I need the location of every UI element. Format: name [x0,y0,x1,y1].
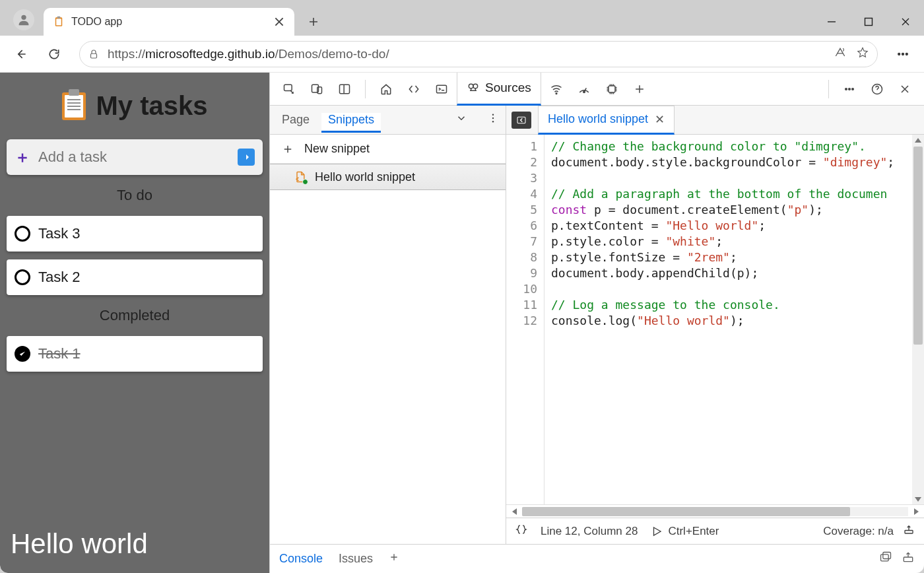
upload-icon[interactable] [903,523,915,539]
nav-overflow-button[interactable] [487,112,499,127]
sources-tab[interactable]: Sources [457,73,541,106]
add-task-field[interactable]: ＋ [7,139,263,175]
drawer-issues-icon[interactable] [879,551,892,567]
device-toggle-icon[interactable] [304,77,329,102]
devtools-close-button[interactable] [892,77,917,102]
minimize-button[interactable] [813,8,850,36]
address-bar[interactable]: https://microsoftedge.github.io/Demos/de… [79,41,878,67]
svg-point-21 [852,88,854,90]
clipboard-icon [62,92,86,120]
svg-rect-2 [56,19,61,26]
completed-heading: Completed [7,307,263,324]
pretty-print-icon[interactable] [515,523,527,539]
read-aloud-icon[interactable] [834,46,847,61]
snippet-icon [294,170,307,184]
svg-point-7 [902,53,904,55]
svg-point-19 [845,88,847,90]
page-nav-tab[interactable]: Page [282,113,310,127]
svg-rect-5 [91,53,97,58]
task-checkbox[interactable] [15,226,30,242]
help-button[interactable] [865,77,890,102]
dock-side-icon[interactable] [332,77,357,102]
injected-paragraph: Hello world [7,528,263,560]
lock-icon [88,48,100,60]
new-snippet-label: New snippet [304,142,370,156]
browser-tab[interactable]: TODO app [44,8,294,36]
snippet-name: Hello world snippet [315,170,415,184]
svg-rect-13 [437,85,447,93]
more-nav-tabs-button[interactable] [455,112,467,127]
welcome-tab-icon[interactable] [374,77,399,102]
toolbar: https://microsoftedge.github.io/Demos/de… [0,36,924,73]
svg-rect-3 [57,17,61,18]
cursor-position: Line 12, Column 28 [541,525,638,538]
line-gutter: 123456789101112 [506,135,544,504]
back-button[interactable] [7,40,36,69]
url-scheme: https:// [108,47,145,61]
vertical-scrollbar[interactable] [912,135,924,504]
snippet-item[interactable]: Hello world snippet [270,164,506,190]
inspect-icon[interactable] [277,77,302,102]
favorite-icon[interactable] [856,46,869,61]
new-tab-button[interactable] [302,11,325,33]
svg-rect-9 [284,84,292,90]
refresh-button[interactable] [40,40,69,69]
svg-rect-4 [865,18,873,26]
sources-tab-label: Sources [485,81,531,95]
network-tab-icon[interactable] [544,77,569,102]
devtools-drawer: Console Issues [270,544,924,573]
add-drawer-tab[interactable] [389,552,399,566]
drawer-expand-icon[interactable] [902,551,915,567]
window-tab-strip: TODO app [0,0,924,36]
svg-point-6 [898,53,900,55]
svg-rect-27 [905,531,913,534]
svg-rect-28 [881,555,889,561]
more-tabs-button[interactable] [627,77,652,102]
page-heading: My tasks [96,91,208,121]
horizontal-scrollbar[interactable] [506,504,924,518]
editor-tab[interactable]: Hello world snippet ✕ [538,106,675,135]
task-checkbox-checked[interactable] [15,346,30,362]
svg-point-8 [906,53,908,55]
profile-avatar[interactable] [13,9,34,30]
devtools-panel: Sources Page Snippets [269,73,924,573]
snippets-nav-tab[interactable]: Snippets [321,113,381,133]
url-text: https://microsoftedge.github.io/Demos/de… [108,47,826,61]
code-content[interactable]: // Change the background color to "dimgr… [544,135,912,504]
task-checkbox[interactable] [15,269,30,285]
svg-point-20 [849,88,851,90]
svg-point-24 [492,118,494,119]
close-window-button[interactable] [887,8,924,36]
window-controls [813,8,924,36]
run-hint: Ctrl+Enter [668,525,719,538]
console-drawer-tab[interactable]: Console [279,552,323,566]
devtools-more-button[interactable] [837,77,862,102]
rendered-page: My tasks ＋ To do Task 3Task 2 Completed … [0,73,269,573]
console-tab-icon[interactable] [429,77,454,102]
editor-tab-close[interactable]: ✕ [655,112,665,127]
svg-point-14 [469,84,473,88]
svg-rect-26 [517,117,525,123]
svg-point-23 [492,114,494,116]
task-row-completed[interactable]: Task 1 [7,336,263,372]
toggle-navigator-button[interactable] [512,112,531,129]
performance-tab-icon[interactable] [572,77,597,102]
svg-point-16 [556,92,557,94]
memory-tab-icon[interactable] [599,77,624,102]
settings-menu-button[interactable] [888,40,917,69]
issues-drawer-tab[interactable]: Issues [339,552,373,566]
elements-tab-icon[interactable] [401,77,426,102]
task-input[interactable] [37,148,231,166]
submit-button[interactable] [238,149,255,166]
task-row[interactable]: Task 2 [7,259,263,295]
run-snippet-button[interactable]: Ctrl+Enter [651,525,719,538]
svg-point-17 [583,90,585,92]
sources-navigator: Page Snippets New snippet Hello world sn… [270,106,506,544]
tab-close-button[interactable] [273,16,285,28]
new-snippet-button[interactable]: New snippet [270,135,506,164]
devtools-toolbar: Sources [270,73,924,106]
svg-rect-29 [883,553,891,559]
svg-rect-30 [904,557,912,562]
maximize-button[interactable] [850,8,887,36]
task-row[interactable]: Task 3 [7,216,263,252]
